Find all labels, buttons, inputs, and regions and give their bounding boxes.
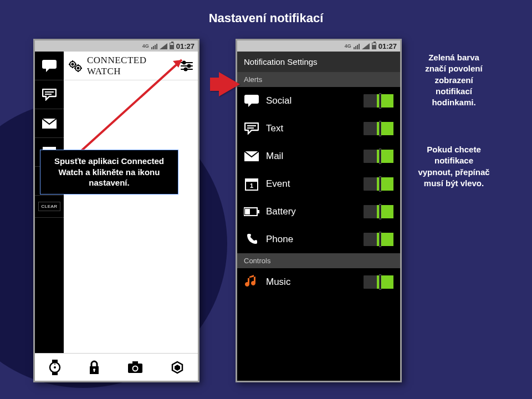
chat-icon xyxy=(244,95,259,107)
network-label: 4G xyxy=(345,43,351,49)
signal-icon xyxy=(151,43,157,49)
mail-icon xyxy=(42,119,57,129)
toggle-text[interactable] xyxy=(364,122,393,135)
screen-title: Notification Settings xyxy=(237,52,400,72)
clock: 01:27 xyxy=(176,42,195,50)
sidebar-clear-button[interactable]: CLEAR xyxy=(35,196,64,218)
svg-point-7 xyxy=(72,63,74,65)
calendar-icon: 1 xyxy=(244,177,259,191)
clock: 01:27 xyxy=(378,42,397,50)
battery-status-icon xyxy=(170,43,174,49)
network-label: 4G xyxy=(142,43,149,49)
svg-rect-31 xyxy=(94,370,95,372)
sidebar-item-text[interactable] xyxy=(35,80,64,109)
toggle-phone[interactable] xyxy=(364,233,393,246)
svg-point-35 xyxy=(134,366,137,370)
svg-rect-47 xyxy=(245,209,250,214)
signal-icon xyxy=(354,43,360,49)
note-green-on: Zelená barva značí povolení zobrazení no… xyxy=(418,52,490,108)
row-text: Text xyxy=(237,115,400,142)
wifi-icon xyxy=(362,43,370,49)
sidebar: 1 CLEAR xyxy=(35,52,64,353)
row-label: Phone xyxy=(266,234,357,245)
row-label: Text xyxy=(266,123,357,134)
row-label: Music xyxy=(266,277,357,288)
page-title: Nastavení notifikací xyxy=(0,11,532,25)
svg-point-23 xyxy=(185,68,187,70)
svg-point-19 xyxy=(183,61,186,64)
toggle-music[interactable] xyxy=(364,275,393,289)
phone-notification-settings: 4G 01:27 Notification Settings Alerts So… xyxy=(236,39,402,382)
app-title: CONNECTED WATCH xyxy=(87,55,176,77)
phone-connected-watch: 4G 01:27 1 xyxy=(33,39,200,382)
toggle-mail[interactable] xyxy=(364,150,393,163)
camera-icon[interactable] xyxy=(127,361,143,374)
clear-label: CLEAR xyxy=(38,202,60,211)
bottom-nav xyxy=(35,353,198,381)
sidebar-item-mail[interactable] xyxy=(35,109,64,138)
status-bar: 4G 01:27 xyxy=(35,40,198,52)
row-phone: Phone xyxy=(237,226,400,253)
row-mail: Mail xyxy=(237,142,400,170)
phone-icon xyxy=(244,233,259,246)
section-header-alerts: Alerts xyxy=(237,72,400,87)
svg-rect-48 xyxy=(258,210,259,213)
svg-point-21 xyxy=(188,64,191,67)
wifi-icon xyxy=(160,43,167,49)
sms-icon xyxy=(244,122,259,135)
callout-open-settings: Spusťte aplikaci Connected Watch a klikn… xyxy=(40,150,178,195)
mail-icon xyxy=(244,151,259,161)
settings-sliders-icon[interactable] xyxy=(180,60,193,71)
status-bar: 4G 01:27 xyxy=(237,40,400,52)
toggle-event[interactable] xyxy=(364,177,393,191)
toggle-battery[interactable] xyxy=(364,205,393,218)
note-switch-off: Pokud chcete notifikace vypnout, přepína… xyxy=(418,144,490,189)
svg-point-27 xyxy=(54,366,56,369)
sms-icon xyxy=(42,89,57,101)
row-label: Battery xyxy=(266,206,357,217)
gear-icon[interactable] xyxy=(68,60,83,72)
toggle-social[interactable] xyxy=(364,94,393,108)
hex-icon[interactable] xyxy=(171,361,184,374)
row-label: Event xyxy=(266,178,357,190)
row-label: Mail xyxy=(266,151,357,162)
row-event: 1 Event xyxy=(237,170,400,198)
watch-icon[interactable] xyxy=(49,360,61,375)
battery-icon xyxy=(244,207,259,216)
row-battery: Battery xyxy=(237,198,400,226)
music-icon xyxy=(244,275,259,289)
svg-rect-33 xyxy=(132,361,138,364)
section-header-controls: Controls xyxy=(237,253,400,268)
svg-rect-44 xyxy=(245,179,258,182)
red-arrow-icon xyxy=(219,72,240,96)
row-social: Social xyxy=(237,87,400,115)
row-label: Social xyxy=(266,95,357,106)
lock-icon[interactable] xyxy=(89,360,100,375)
row-music: Music xyxy=(237,268,400,296)
svg-point-9 xyxy=(78,67,79,69)
app-header: CONNECTED WATCH xyxy=(64,52,198,80)
chat-icon xyxy=(42,60,57,72)
svg-point-28 xyxy=(54,364,55,365)
battery-status-icon xyxy=(372,43,376,49)
svg-text:1: 1 xyxy=(250,182,253,189)
sidebar-item-social[interactable] xyxy=(35,52,64,80)
svg-marker-37 xyxy=(175,365,180,371)
